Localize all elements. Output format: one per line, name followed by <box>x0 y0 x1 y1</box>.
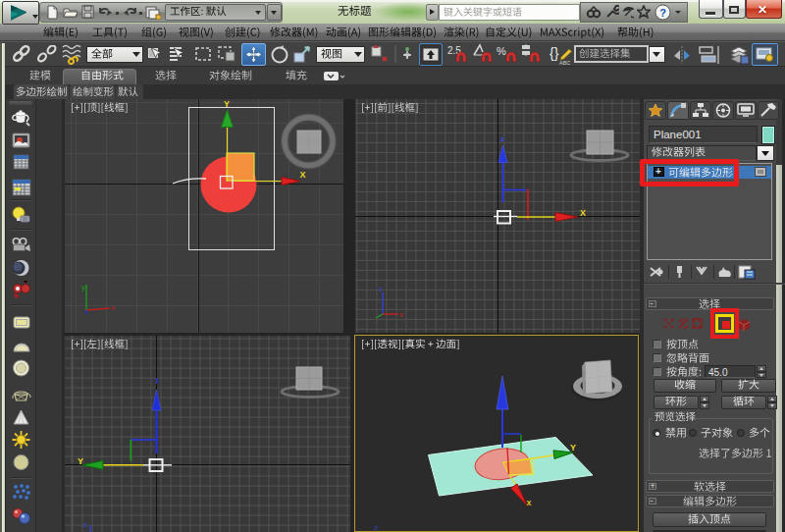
svg-text:z: z <box>83 520 87 529</box>
svg-text:?: ? <box>659 7 666 19</box>
svg-text:z: z <box>374 523 378 532</box>
svg-text:%: % <box>497 45 506 57</box>
svg-text:x: x <box>399 310 403 319</box>
svg-text:ABC: ABC <box>559 60 570 66</box>
svg-text:x: x <box>111 303 115 312</box>
svg-text:z: z <box>379 285 383 293</box>
svg-text:{}: {} <box>550 45 559 61</box>
svg-text:y: y <box>81 283 85 292</box>
